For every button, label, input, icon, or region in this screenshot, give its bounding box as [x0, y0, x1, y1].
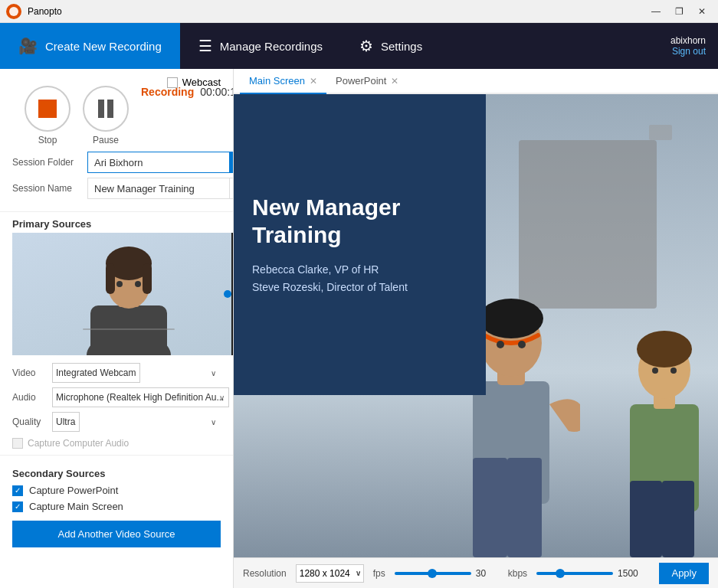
close-button[interactable]: ✕ [692, 3, 712, 20]
quality-select-wrapper: Ultra [52, 412, 221, 432]
webcast-row: Webcast [167, 77, 221, 88]
nav-tab-create[interactable]: 🎥 Create New Recording [0, 23, 180, 69]
webcast-label: Webcast [182, 77, 221, 88]
capture-powerpoint-label: Capture PowerPoint [29, 485, 118, 496]
kbps-slider[interactable] [536, 572, 613, 575]
left-panel: Webcast Stop Pause [0, 69, 234, 588]
svg-point-10 [116, 281, 123, 287]
kbps-slider-container: 1500 [536, 568, 641, 579]
svg-point-0 [9, 7, 18, 16]
preview-tab-mainscreen[interactable]: Main Screen ✕ [240, 69, 326, 94]
capture-main-screen-checkbox[interactable]: ✓ [12, 501, 23, 512]
slide-author2: Steve Rozeski, Director of Talent [252, 279, 467, 296]
signout-link[interactable]: Sign out [672, 46, 706, 57]
svg-point-11 [135, 281, 141, 287]
title-bar-left: Panopto [6, 4, 62, 19]
slide-author1: Rebecca Clarke, VP of HR [252, 261, 467, 278]
resolution-select[interactable]: 1280 x 1024 [296, 564, 364, 583]
session-name-input-group: ✕ [87, 178, 234, 199]
username: abixhorn [670, 35, 706, 46]
capture-powerpoint-checkbox[interactable]: ✓ [12, 485, 23, 496]
slide-title: New Manager Training [252, 194, 467, 249]
capture-powerpoint-item: ✓ Capture PowerPoint [0, 482, 233, 498]
preview-tab-mainscreen-close[interactable]: ✕ [310, 76, 317, 87]
resolution-label: Resolution [243, 568, 287, 579]
audio-select[interactable]: Microphone (Realtek High Definition Au..… [52, 387, 229, 407]
svg-point-18 [479, 299, 543, 338]
svg-rect-12 [83, 328, 175, 330]
slide-authors: Rebecca Clarke, VP of HR Steve Rozeski, … [252, 261, 467, 296]
pause-icon [98, 100, 113, 118]
video-select[interactable]: Integrated Webcam [52, 363, 140, 383]
svg-rect-14 [473, 458, 507, 557]
audio-source-row: Audio Microphone (Realtek High Definitio… [0, 386, 233, 409]
apply-button[interactable]: Apply [659, 563, 709, 584]
quality-select[interactable]: Ultra [52, 412, 80, 432]
pause-button[interactable]: Pause [83, 86, 129, 145]
list-icon: ☰ [198, 37, 212, 55]
app-name: Panopto [28, 6, 62, 17]
stop-button[interactable]: Stop [25, 86, 70, 145]
session-name-label: Session Name [12, 183, 81, 194]
session-name-input[interactable] [87, 178, 230, 199]
session-name-row: Session Name ✕ [12, 178, 221, 199]
capture-audio-row: Capture Computer Audio [0, 435, 233, 455]
fps-value: 30 [476, 568, 499, 579]
minimize-button[interactable]: — [646, 3, 666, 20]
primary-sources-section: Primary Sources [0, 212, 233, 455]
capture-audio-checkbox[interactable] [12, 438, 23, 449]
person-svg [67, 237, 190, 355]
nav-bar: 🎥 Create New Recording ☰ Manage Recordin… [0, 23, 718, 69]
session-folder-input[interactable] [87, 152, 230, 173]
user-info: abixhorn Sign out [658, 23, 718, 69]
webcam-preview [12, 233, 234, 355]
video-source-row: Video Integrated Webcam [0, 361, 233, 384]
svg-point-20 [518, 341, 526, 348]
session-folder-label: Session Folder [12, 157, 81, 168]
title-bar: Panopto — ❐ ✕ [0, 0, 718, 23]
preview-area: New Manager Training Rebecca Clarke, VP … [234, 94, 718, 557]
svg-point-19 [497, 341, 504, 348]
preview-tab-mainscreen-label: Main Screen [249, 75, 305, 87]
secondary-sources-header: Secondary Sources [0, 462, 233, 482]
capture-main-screen-label: Capture Main Screen [29, 501, 123, 512]
preview-tab-powerpoint-close[interactable]: ✕ [391, 76, 398, 87]
fps-slider-container: 30 [395, 568, 499, 579]
restore-button[interactable]: ❐ [669, 3, 689, 20]
resolution-select-wrapper: 1280 x 1024 ∨ [296, 564, 364, 583]
stop-icon [38, 100, 57, 118]
gear-icon: ⚙ [359, 37, 373, 55]
pause-circle [83, 86, 129, 132]
pause-label: Pause [93, 135, 119, 145]
stop-label: Stop [38, 135, 57, 145]
fps-label: fps [373, 568, 385, 579]
cabinet-top [649, 125, 672, 140]
person2-svg [611, 297, 718, 557]
preview-tab-powerpoint[interactable]: PowerPoint ✕ [326, 69, 408, 94]
svg-rect-4 [90, 305, 167, 355]
capture-main-screen-item: ✓ Capture Main Screen [0, 498, 233, 514]
session-folder-input-group [87, 152, 234, 173]
nav-tab-manage-label: Manage Recordings [220, 40, 323, 53]
app-logo [6, 4, 21, 19]
nav-tab-settings[interactable]: ⚙ Settings [341, 23, 441, 69]
preview-tabs: Main Screen ✕ PowerPoint ✕ [234, 69, 718, 94]
right-panel: Main Screen ✕ PowerPoint ✕ [234, 69, 718, 588]
audio-label: Audio [12, 392, 48, 403]
webcast-checkbox[interactable] [167, 77, 178, 88]
add-source-button[interactable]: Add Another Video Source [12, 521, 221, 547]
video-label: Video [12, 368, 48, 378]
nav-tab-manage[interactable]: ☰ Manage Recordings [180, 23, 341, 69]
kbps-label: kbps [508, 568, 527, 579]
bottom-bar: Resolution 1280 x 1024 ∨ fps 30 kbps 150… [234, 557, 718, 588]
svg-rect-22 [630, 481, 662, 557]
svg-point-26 [637, 331, 692, 368]
secondary-sources-section: Secondary Sources ✓ Capture PowerPoint ✓… [0, 455, 233, 554]
stop-circle [25, 86, 70, 132]
preview-tab-powerpoint-label: PowerPoint [336, 75, 386, 87]
session-folder-row: Session Folder [12, 152, 221, 173]
fps-slider[interactable] [395, 572, 471, 575]
recording-header: Webcast Stop Pause [0, 69, 233, 212]
svg-point-27 [652, 368, 658, 374]
volume-dot [224, 290, 231, 298]
